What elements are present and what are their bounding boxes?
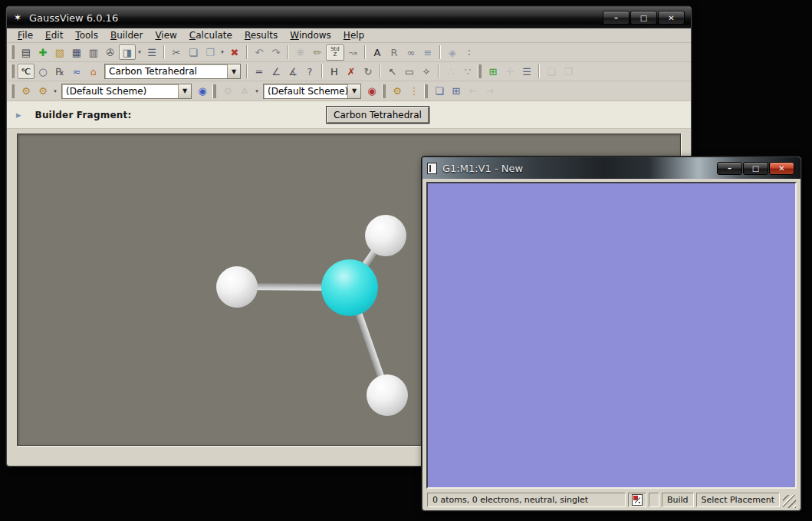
combo-arrow-icon[interactable]: ▼ [227, 64, 240, 78]
tile-windows-icon[interactable]: ⊞ [448, 84, 465, 99]
minimize-button[interactable]: – [717, 162, 742, 175]
paste-dropdown-icon[interactable]: ▾ [219, 45, 226, 60]
blue-sphere-doc-icon[interactable]: ◉ [194, 84, 211, 99]
toolbar-grip[interactable] [11, 84, 15, 98]
menu-tools[interactable]: Tools [71, 29, 103, 41]
add-fragment-icon[interactable]: ✚ [35, 45, 51, 60]
angle-tool-icon[interactable]: ∠ [268, 64, 284, 79]
main-titlebar[interactable]: ✶ GaussView 6.0.16 – □ ✕ [7, 7, 691, 28]
refresh-view-icon[interactable]: ✛ [501, 64, 518, 79]
menu-file[interactable]: File [13, 29, 38, 41]
gear-disabled-icon[interactable]: ⚙ [219, 84, 236, 99]
toolbar-grip[interactable] [212, 84, 216, 98]
copy-group-icon[interactable]: ❏ [543, 64, 560, 79]
select-all-atoms-icon[interactable]: ∵ [459, 64, 476, 79]
atom-groups-icon[interactable]: R [386, 45, 403, 60]
resize-grip[interactable] [783, 495, 796, 508]
menu-results[interactable]: Results [240, 29, 282, 41]
display-scheme-combo[interactable]: (Default Scheme) ▼ [61, 84, 192, 99]
close-button[interactable]: ✕ [769, 162, 794, 175]
delete-icon[interactable]: ✖ [226, 45, 243, 60]
standard-orientation-button[interactable]: Std Z [326, 45, 344, 61]
unselect-atoms-icon[interactable]: ∴ [442, 64, 459, 79]
inquire-tool-icon[interactable]: ? [301, 64, 318, 79]
paste-icon[interactable]: ❐ [202, 45, 219, 60]
red-sphere-doc-icon[interactable]: ◉ [363, 84, 380, 99]
combo-arrow-icon[interactable]: ▼ [178, 84, 191, 98]
maximize-button[interactable]: □ [630, 11, 657, 25]
menu-view[interactable]: View [150, 29, 181, 41]
ring-fragment-icon[interactable]: ○ [35, 64, 51, 79]
r-group-fragment-icon[interactable]: ℞ [51, 64, 68, 79]
fragment-combo[interactable]: Carbon Tetrahedral ▼ [104, 64, 241, 79]
symmetrize-icon[interactable]: ↝ [344, 45, 361, 60]
custom-fragment-icon[interactable]: ⌂ [85, 64, 102, 79]
atom-labels-icon[interactable]: A [369, 45, 386, 60]
biofragment-icon[interactable]: ≈ [68, 64, 85, 79]
redo-icon[interactable]: ↷ [268, 45, 284, 60]
open-file-icon[interactable]: ▧ [51, 45, 68, 60]
toolbar-grip[interactable] [11, 64, 15, 78]
combo-arrow-icon[interactable]: ▼ [347, 84, 360, 98]
dihedral-tool-icon[interactable]: ∡ [284, 64, 301, 79]
save-file-icon[interactable]: ▦ [68, 45, 85, 60]
menu-edit[interactable]: Edit [41, 29, 67, 41]
pbc-link-icon[interactable]: ∞ [403, 45, 419, 60]
placement-indicator-panel[interactable] [628, 493, 646, 507]
new-file-icon[interactable]: ▤ [18, 45, 35, 60]
delete-atom-icon[interactable]: ✗ [343, 64, 360, 79]
forward-icon[interactable]: → [482, 84, 498, 99]
atom-hydrogen-1[interactable] [216, 266, 258, 308]
copy-icon[interactable]: ❏ [185, 45, 202, 60]
save-movie-dropdown-icon[interactable]: ▾ [136, 45, 143, 60]
marquee-select-icon[interactable]: ▭ [401, 64, 418, 79]
preferences-gear-icon[interactable]: ⚙ [389, 84, 406, 99]
atom-hydrogen-3[interactable] [367, 374, 408, 416]
bond-pair-icon[interactable]: ∶ [461, 45, 478, 60]
capture-image-icon[interactable]: ✇ [102, 45, 119, 60]
add-molecule-group-icon[interactable]: ⊞ [485, 64, 501, 79]
close-button[interactable]: ✕ [658, 11, 685, 25]
atom-hydrogen-2[interactable] [365, 215, 406, 256]
select-tool-icon[interactable]: ↖ [384, 64, 401, 79]
font-scheme-icon[interactable]: A [236, 84, 253, 99]
cut-icon[interactable]: ✂ [168, 45, 185, 60]
item-list-icon[interactable]: ☰ [143, 45, 160, 60]
expander-icon[interactable]: ▸ [16, 109, 21, 120]
scheme-menu-dropdown-icon[interactable]: ▾ [51, 84, 59, 99]
molecule-group-list-icon[interactable]: ☰ [518, 64, 535, 79]
toolbar-grip[interactable] [478, 64, 482, 78]
toolbar-grip[interactable] [11, 45, 15, 59]
menu-builder[interactable]: Builder [106, 29, 147, 41]
layers-icon[interactable]: ≡ [419, 45, 436, 60]
view-window-titlebar[interactable]: G1:M1:V1 - New – □ ✕ [422, 157, 800, 179]
molecule-canvas[interactable] [426, 182, 797, 489]
bond-tool-icon[interactable]: ═ [251, 64, 268, 79]
label-scheme-combo[interactable]: (Default Scheme) ▼ [263, 84, 361, 99]
cascade-windows-icon[interactable]: ❏ [431, 84, 448, 99]
menu-help[interactable]: Help [339, 29, 369, 41]
print-icon[interactable]: ▥ [85, 45, 102, 60]
paste-group-icon[interactable]: ❐ [560, 64, 577, 79]
menu-calculate[interactable]: Calculate [185, 29, 237, 41]
current-fragment-button[interactable]: Carbon Tetrahedral [326, 106, 429, 124]
undo-icon[interactable]: ↶ [251, 45, 268, 60]
toolbar-grip[interactable] [382, 84, 386, 98]
adjust-bonds-icon[interactable]: ↻ [360, 64, 376, 79]
clean-structure-icon[interactable]: ✏ [309, 45, 326, 60]
angle-select-icon[interactable]: ✧ [418, 64, 435, 79]
rebond-icon[interactable]: ❋ [292, 45, 309, 60]
scheme-menu-icon[interactable]: ⚙ [35, 84, 51, 99]
fragment-placement-icon[interactable] [632, 494, 643, 506]
add-hydrogens-icon[interactable]: H [326, 64, 343, 79]
element-fragment-button[interactable]: ⁶C [18, 64, 35, 79]
display-format-icon[interactable]: ⚙ [18, 84, 35, 99]
menu-windows[interactable]: Windows [285, 29, 336, 41]
toolbar-grip[interactable] [424, 84, 428, 98]
traffic-light-icon[interactable]: ⋮ [406, 84, 422, 99]
font-scheme-dropdown-icon[interactable]: ▾ [253, 84, 261, 99]
atom-carbon[interactable] [321, 259, 378, 316]
crystal-view-icon[interactable]: ◈ [444, 45, 461, 60]
minimize-button[interactable]: – [603, 11, 630, 25]
maximize-button[interactable]: □ [743, 162, 768, 175]
